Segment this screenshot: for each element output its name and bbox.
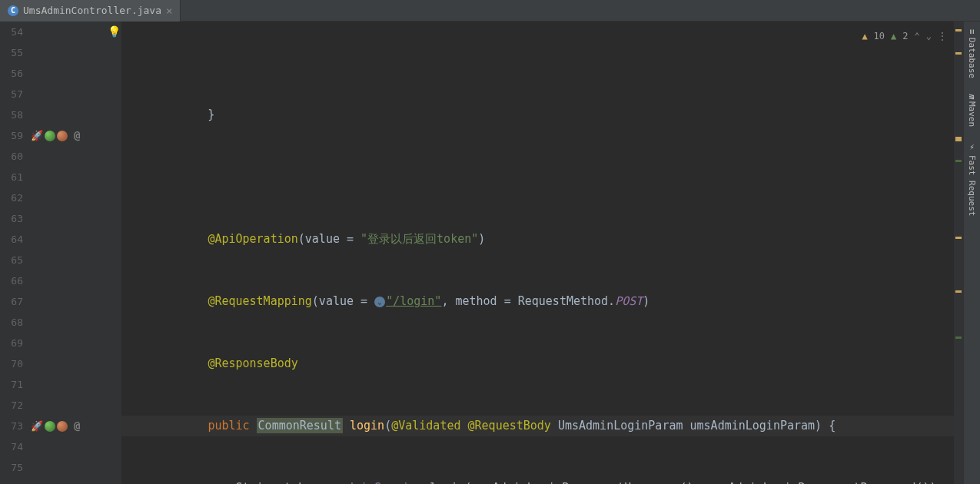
warning-icon: ▲ bbox=[862, 26, 867, 47]
web-icon[interactable]: ⌄ bbox=[374, 297, 385, 307]
line-number: 67 bbox=[0, 291, 23, 312]
code-line: } bbox=[121, 104, 963, 125]
code-line: @ResponseBody bbox=[121, 353, 963, 374]
line-number-gutter: 54 55 56 57 58 59 60 61 62 63 64 65 66 6… bbox=[0, 22, 29, 484]
line-number: 70 bbox=[0, 353, 23, 374]
code-line: @RequestMapping(value = ⌄"/login", metho… bbox=[121, 291, 963, 312]
line-number: 60 bbox=[0, 146, 23, 167]
line-number: 69 bbox=[0, 333, 23, 353]
line-number: 65 bbox=[0, 250, 23, 270]
code-editor[interactable]: ▲10 ▲2 ⌃ ⌄ ⋮ } @ApiOperation(value = "登录… bbox=[121, 22, 963, 484]
line-number: 62 bbox=[0, 187, 23, 208]
line-number: 55 bbox=[0, 42, 23, 63]
chevron-up-icon[interactable]: ⌃ bbox=[915, 26, 920, 47]
file-tab[interactable]: C UmsAdminController.java × bbox=[0, 0, 181, 22]
line-number: 54 bbox=[0, 22, 23, 42]
endpoint-icon[interactable] bbox=[45, 131, 55, 141]
code-line bbox=[121, 167, 963, 187]
tab-label: UmsAdminController.java bbox=[23, 5, 161, 16]
code-line: String token = adminService.login(umsAdm… bbox=[121, 478, 963, 484]
api-icon[interactable] bbox=[57, 421, 68, 432]
warning-count: 10 bbox=[874, 26, 885, 47]
weak-warning-icon: ▲ bbox=[891, 26, 896, 47]
intention-bulb-icon[interactable]: 💡 bbox=[108, 25, 121, 38]
line-number: 58 bbox=[0, 104, 23, 125]
line-number: 72 bbox=[0, 395, 23, 416]
error-stripe[interactable] bbox=[954, 22, 963, 484]
line-number: 56 bbox=[0, 63, 23, 84]
lightning-icon: ⚡ bbox=[967, 142, 977, 152]
line-number: 66 bbox=[0, 270, 23, 291]
line-number: 73 bbox=[0, 416, 23, 436]
fold-gutter: 💡 bbox=[106, 22, 121, 484]
line-number: 59 bbox=[0, 125, 23, 146]
line-number: 68 bbox=[0, 312, 23, 333]
run-icon[interactable]: 🚀 bbox=[31, 125, 43, 146]
gutter-icons: 🚀 @ 🚀 @ bbox=[29, 22, 106, 484]
java-class-icon: C bbox=[8, 5, 18, 16]
maven-tool-tab[interactable]: m Maven bbox=[964, 86, 980, 135]
right-toolbar: ≡ Database m Maven ⚡ Fast Request bbox=[963, 22, 980, 484]
code-line: @ApiOperation(value = "登录以后返回token") bbox=[121, 229, 963, 250]
line-number: 57 bbox=[0, 84, 23, 104]
line-number: 74 bbox=[0, 436, 23, 457]
annotation-icon[interactable]: @ bbox=[74, 125, 80, 146]
tab-bar: C UmsAdminController.java × bbox=[0, 0, 980, 22]
chevron-down-icon[interactable]: ⌄ bbox=[926, 26, 932, 47]
database-tool-tab[interactable]: ≡ Database bbox=[964, 22, 980, 86]
database-icon: ≡ bbox=[967, 29, 977, 35]
api-icon[interactable] bbox=[57, 131, 68, 141]
line-number: 63 bbox=[0, 208, 23, 229]
annotation-icon[interactable]: @ bbox=[74, 416, 80, 436]
maven-icon: m bbox=[967, 94, 977, 99]
endpoint-icon[interactable] bbox=[45, 421, 55, 432]
weak-warning-count: 2 bbox=[902, 26, 908, 47]
run-icon[interactable]: 🚀 bbox=[31, 416, 43, 436]
code-line-current: public CommonResult login(@Validated @Re… bbox=[121, 416, 963, 436]
fast-request-tool-tab[interactable]: ⚡ Fast Request bbox=[964, 134, 980, 224]
more-icon[interactable]: ⋮ bbox=[938, 26, 947, 47]
close-icon[interactable]: × bbox=[166, 5, 172, 17]
line-number: 71 bbox=[0, 374, 23, 395]
line-number: 64 bbox=[0, 229, 23, 250]
line-number: 75 bbox=[0, 457, 23, 478]
line-number: 61 bbox=[0, 167, 23, 187]
inspection-summary[interactable]: ▲10 ▲2 ⌃ ⌄ ⋮ bbox=[857, 25, 952, 48]
